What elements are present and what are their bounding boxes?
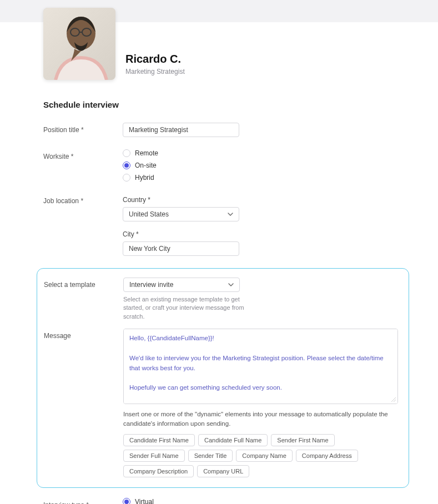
worksite-option-remote[interactable]: Remote [123,149,395,157]
radio-icon [123,174,130,182]
avatar-image [43,8,115,80]
radio-icon [123,149,130,157]
interview-type-label: Interview type * [43,498,123,504]
interview-type-radio-group: VirtualIn-person [123,498,395,504]
position-title-input[interactable]: Marketing Strategist [123,123,239,137]
job-location-label: Job location * [43,194,123,205]
country-label: Country * [123,196,395,204]
svg-line-5 [391,397,396,402]
dynamic-chip-sender-title[interactable]: Sender Title [188,450,233,462]
dynamic-chip-sender-full-name[interactable]: Sender Full Name [123,450,185,462]
chevron-down-icon [228,283,234,286]
resize-handle-icon[interactable] [390,396,396,402]
message-label: Message [44,329,123,340]
country-select[interactable]: United States [123,207,239,221]
dynamic-chip-sender-first-name[interactable]: Sender First Name [271,434,334,446]
dynamic-chip-company-name[interactable]: Company Name [236,450,292,462]
candidate-header: Ricardo C. Marketing Strategist [43,8,395,80]
message-textarea[interactable]: Hello, {{CandidateFullName}}! We'd like … [123,329,398,404]
dynamic-chip-company-description[interactable]: Company Description [123,465,194,477]
interview-type-option-virtual[interactable]: Virtual [123,498,395,504]
radio-label: On-site [135,162,157,169]
message-template-panel: Select a template Interview invite Selec… [37,268,409,488]
chevron-down-icon [228,213,233,216]
candidate-avatar [43,8,115,80]
dynamic-chips-row: Candidate First NameCandidate Full NameS… [123,434,398,477]
city-value: New York City [129,245,170,253]
radio-label: Hybrid [135,174,154,182]
radio-label: Remote [135,149,158,157]
radio-icon [123,162,130,169]
position-title-label: Position title * [43,123,123,134]
city-label: City * [123,230,395,238]
section-title: Schedule interview [43,100,395,109]
template-label: Select a template [44,278,123,289]
svg-line-6 [394,400,396,402]
radio-icon [123,498,130,504]
template-value: Interview invite [129,281,173,289]
worksite-label: Worksite * [43,149,123,160]
candidate-name: Ricardo C. [125,53,185,65]
country-value: United States [129,210,169,218]
worksite-option-on-site[interactable]: On-site [123,162,395,169]
dynamic-chip-candidate-full-name[interactable]: Candidate Full Name [198,434,268,446]
worksite-option-hybrid[interactable]: Hybrid [123,174,395,182]
radio-label: Virtual [135,498,154,504]
template-help-text: Select an existing message template to g… [123,295,254,321]
candidate-title: Marketing Strategist [125,68,185,75]
worksite-radio-group: RemoteOn-siteHybrid [123,149,395,182]
position-title-value: Marketing Strategist [129,126,188,134]
dynamic-chip-company-address[interactable]: Company Address [296,450,358,462]
template-select[interactable]: Interview invite [123,278,240,292]
schedule-interview-page: Ricardo C. Marketing Strategist Schedule… [0,0,438,504]
dynamic-chip-candidate-first-name[interactable]: Candidate First Name [123,434,195,446]
dynamic-chip-company-url[interactable]: Company URL [197,465,249,477]
dynamic-elements-help: Insert one or more of the "dynamic" elem… [123,410,398,428]
message-body: Hello, {{CandidateFullName}}! We'd like … [129,334,392,404]
city-input[interactable]: New York City [123,241,239,256]
